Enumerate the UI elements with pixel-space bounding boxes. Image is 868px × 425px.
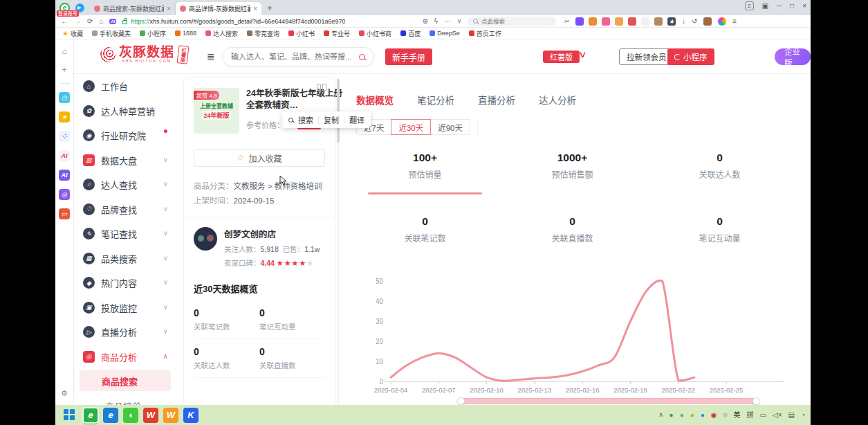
minimize-button[interactable]: ─ <box>777 2 782 10</box>
tooltip-copy[interactable]: 复制 <box>324 114 339 125</box>
ai-assistant-icon[interactable]: AI <box>109 19 116 24</box>
new-tab-button[interactable]: + <box>267 3 273 13</box>
undo-icon[interactable]: ↺ <box>692 18 697 25</box>
nav-item[interactable]: ◎ 商品分析 ˄ <box>74 345 176 370</box>
nav-item[interactable]: ▷ 直播分析 ˅ <box>74 320 176 345</box>
forward-icon[interactable]: → <box>74 18 81 25</box>
miniapp-button[interactable]: 小程序 <box>667 48 714 65</box>
nav-item[interactable]: ▣ 投放监控 ˅ <box>74 296 176 320</box>
tray-icon[interactable]: ● <box>690 411 694 419</box>
sidebar-app-icon[interactable]: ⁘ <box>59 131 70 142</box>
more-icon[interactable]: ⋯ <box>444 18 451 25</box>
slider-handle-left[interactable] <box>457 397 465 405</box>
sidebar-app-icon[interactable]: ★ <box>59 111 70 123</box>
add-favorite-button[interactable]: ☆ 加入收藏 <box>194 149 325 167</box>
tray-icon[interactable]: ◔ <box>801 411 805 419</box>
extension-icon[interactable]: ✂ <box>562 17 571 26</box>
theme-icon[interactable]: ▣ <box>762 2 768 10</box>
detail-tab[interactable]: 达人分析 <box>539 93 576 107</box>
version-badge[interactable]: 红薯版 <box>543 51 580 63</box>
profile-ring-icon[interactable] <box>718 17 726 26</box>
bookmark-item[interactable]: 小红书商 <box>359 29 391 38</box>
nav-subitem-goods-search[interactable]: 商品搜索 <box>80 370 171 391</box>
enterprise-button[interactable]: 企业版 <box>775 48 811 65</box>
maximize-button[interactable]: □ <box>790 2 794 10</box>
browser-tab[interactable]: 商品搜索-灰豚数据红薯版 × <box>90 2 176 15</box>
tray-icon[interactable]: 英 <box>734 411 741 419</box>
tray-icon[interactable]: ˄ <box>659 411 663 419</box>
reload-icon[interactable]: ⟳ <box>87 18 93 25</box>
nav-item[interactable]: ◆ 热门内容 ˅ <box>74 271 176 296</box>
windows-start-button[interactable] <box>64 409 75 421</box>
stat-card[interactable]: 0 关联直播数 <box>499 215 646 258</box>
nav-item[interactable]: ♡ 品牌查找 ˅ <box>74 197 176 222</box>
shop-avatar[interactable] <box>194 227 217 251</box>
detail-tab[interactable]: 直播分析 <box>478 93 515 107</box>
chevron-down-icon[interactable]: ˅ <box>580 49 586 61</box>
stat-card[interactable]: 0 关联笔记数 <box>351 215 499 258</box>
extension-icon[interactable] <box>575 17 584 26</box>
home-icon[interactable]: ⌂ <box>99 18 103 25</box>
tray-icon[interactable]: ◉ <box>711 411 717 419</box>
sidebar-home-icon[interactable]: ⌂ <box>62 46 66 56</box>
close-button[interactable]: × <box>802 2 806 10</box>
app-search-box[interactable] <box>222 47 374 66</box>
extension-icon[interactable] <box>628 17 636 26</box>
bookmark-star[interactable]: ★收藏 <box>62 29 83 38</box>
taskbar-app-icon[interactable]: W <box>163 408 178 423</box>
extension-icon[interactable] <box>654 17 663 26</box>
bookmark-item[interactable]: 达人搜索 <box>205 29 238 38</box>
collapse-menu-icon[interactable]: ≣ <box>207 51 215 62</box>
url-box[interactable]: https://xhs.huitun.com/#/goods/goods_det… <box>122 18 416 25</box>
sidebar-app-icon[interactable]: AI <box>59 150 70 161</box>
taskbar-app-icon[interactable]: K <box>183 408 198 423</box>
tooltip-translate[interactable]: 翻译 <box>349 114 364 125</box>
detail-tab[interactable]: 数据概览 <box>356 93 394 107</box>
slider-handle-right[interactable] <box>752 397 760 405</box>
tray-icon[interactable]: ▭ <box>760 411 766 419</box>
bookmark-item[interactable]: 手机收藏夹 <box>92 29 131 38</box>
stat-card[interactable]: 0 笔记互动量 <box>646 215 793 258</box>
tray-icon[interactable]: ● <box>701 411 705 419</box>
trend-chart[interactable]: 010203040502025-02-042025-02-072025-02-1… <box>360 273 802 401</box>
taskbar-app-icon[interactable]: W <box>143 408 158 423</box>
shop-name[interactable]: 创梦文创的店 <box>224 227 320 240</box>
app-logo[interactable]: 灰豚数据 XHS.HUITUN.COM 红薯版 <box>100 46 188 64</box>
bookmark-item[interactable]: 零克查询 <box>247 29 279 38</box>
bookmark-item[interactable]: 小程序 <box>140 29 166 38</box>
menu-icon[interactable]: ≡ <box>732 18 737 25</box>
tray-icon[interactable]: ▤ <box>788 411 795 419</box>
detail-tab[interactable]: 笔记分析 <box>417 93 454 107</box>
extension-icon[interactable] <box>589 17 597 26</box>
tab-count-badge[interactable]: 2 <box>745 1 753 10</box>
tab-close-icon[interactable]: × <box>253 5 257 12</box>
browser-tab[interactable]: 商品详情-灰豚数据红薯版 × <box>176 2 261 15</box>
nav-item[interactable]: ⌕ 达人查找 ˅ <box>74 172 176 197</box>
time-filter[interactable]: 近30天 <box>391 119 431 135</box>
sidebar-app-icon[interactable]: AI <box>59 170 70 181</box>
bookmark-item[interactable]: 专业号 <box>324 29 350 38</box>
nav-subitem-goods-rank[interactable]: 商品榜单 <box>74 399 176 405</box>
expand-icon[interactable]: ˅ <box>457 18 461 25</box>
nav-item[interactable]: ⌂ 工作台 <box>74 74 176 99</box>
tray-icon[interactable]: ◁× <box>773 411 782 419</box>
sidebar-app-icon[interactable]: ▭ <box>59 208 70 219</box>
handbook-button[interactable]: 新手手册 <box>385 48 432 65</box>
download-icon[interactable]: ↓ <box>682 18 685 25</box>
nav-item[interactable]: ◉ 行业研究院 <box>74 123 176 148</box>
tray-icon[interactable]: ⌾ <box>723 411 728 419</box>
time-filter[interactable]: 近90天 <box>430 119 470 135</box>
extension-icon[interactable] <box>615 17 623 26</box>
tab-close-icon[interactable]: × <box>167 5 171 12</box>
gear-icon[interactable]: ⚙ <box>61 389 68 398</box>
extension-icon[interactable]: ★ <box>667 17 676 26</box>
qr-code-icon[interactable] <box>317 84 326 91</box>
zoom-icon[interactable]: ⊕ <box>422 18 427 25</box>
tray-icon[interactable]: ● <box>670 411 674 419</box>
stat-card[interactable]: 1000+ 预估销售额 <box>499 152 646 195</box>
taskbar-app-icon[interactable]: e <box>103 408 118 423</box>
tooltip-search[interactable]: 搜索 <box>298 114 313 125</box>
stat-card[interactable]: 0 关联达人数 <box>646 152 793 195</box>
nav-item[interactable]: ▦ 品类搜索 ˅ <box>74 246 176 271</box>
product-image[interactable]: 上册全套教辅 24年新版 超赞 4.8 <box>194 88 239 134</box>
